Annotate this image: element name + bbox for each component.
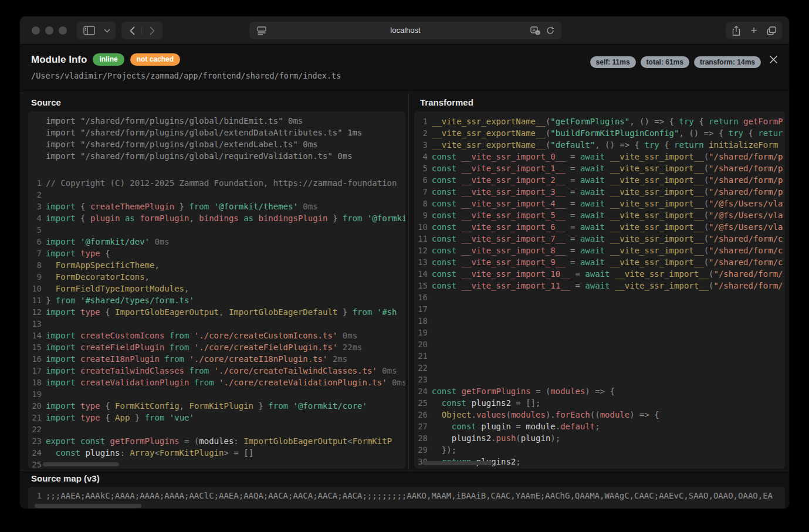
code-line: 2__vite_ssr_exportName__("buildFormKitPl…	[414, 127, 785, 139]
share-button[interactable]	[728, 22, 744, 39]
source-hscrollbar-thumb[interactable]	[43, 462, 119, 466]
status-badge-not-cached: not cached	[130, 53, 180, 66]
code-panels: Source import "/shared/form/plugins/glob…	[20, 93, 789, 470]
translate-button[interactable]: A x	[527, 22, 543, 39]
code-line: 4import { plugin as formPlugin, bindings…	[28, 212, 405, 224]
code-line: 20	[414, 338, 785, 350]
code-line: 17	[414, 303, 785, 315]
timing-total-badge: total: 61ms	[641, 56, 689, 68]
source-code-block: import "/shared/form/plugins/global/bind…	[28, 111, 405, 469]
code-line: 22	[414, 362, 785, 374]
code-line: 10 FormFieldTypeImportModules,	[28, 283, 405, 294]
code-line: 17import createTailwindClasses from './c…	[28, 365, 405, 377]
sidebar-menu-button[interactable]	[100, 22, 113, 39]
code-line: 2	[28, 189, 405, 201]
code-line: import "/shared/form/plugins/global/exte…	[28, 138, 405, 150]
code-line: 11} from '#shared/types/form.ts'	[28, 294, 405, 306]
nav-pill	[121, 22, 163, 39]
code-line: 1;;;AAEA;AAAkC;AAAA;AAAA;AAAA;AAClC;AAEA…	[28, 490, 785, 501]
transformed-code-block: 1__vite_ssr_exportName__("getFormPlugins…	[414, 111, 785, 469]
reload-button[interactable]	[543, 22, 558, 39]
code-line: 28 plugins2.push(plugin);	[414, 432, 785, 444]
code-line: 26 Object.values(modules).forEach((modul…	[414, 409, 785, 421]
sidebar-toggle-button[interactable]	[80, 22, 98, 39]
forward-button[interactable]	[144, 22, 160, 39]
code-line: 22	[28, 423, 405, 435]
traffic-light-close-button[interactable]	[32, 26, 40, 35]
source-panel-title: Source	[31, 97, 61, 107]
code-line: 25 const plugins2 = [];	[414, 397, 785, 409]
code-line: 27 const plugin = module.default;	[414, 421, 785, 432]
code-line: 9 FormDecoratorIcons,	[28, 271, 405, 283]
chevron-down-icon	[104, 29, 110, 33]
code-line: 23export const getFormPlugins = (modules…	[28, 435, 405, 447]
code-line: 4const __vite_ssr_import_0__ = await __v…	[414, 151, 785, 162]
sidebar-icon	[83, 26, 95, 35]
translate-icon: A x	[530, 26, 540, 35]
code-line: 3import { createThemePlugin } from '@for…	[28, 201, 405, 212]
code-line: 1__vite_ssr_exportName__("getFormPlugins…	[414, 116, 785, 127]
timing-self-badge: self: 11ms	[590, 56, 636, 68]
timing-badges: self: 11ms total: 61ms transform: 14ms	[590, 56, 761, 68]
code-line: 18import createValidationPlugin from './…	[28, 377, 405, 388]
sourcemap-title: Source map (v3)	[31, 473, 100, 483]
code-line: 19	[28, 388, 405, 400]
transformed-hscrollbar-thumb[interactable]	[422, 461, 493, 465]
code-line: 14import createCustomIcons from './core/…	[28, 330, 405, 341]
code-line	[28, 162, 405, 177]
code-line: 5	[28, 224, 405, 236]
code-line: 6const __vite_ssr_import_2__ = await __v…	[414, 174, 785, 186]
timing-transform-badge: transform: 14ms	[694, 56, 761, 68]
nav-divider	[141, 26, 142, 35]
code-line: import "/shared/form/plugins/global/requ…	[28, 150, 405, 162]
tabs-icon	[767, 26, 776, 35]
code-line: 21import type { App } from 'vue'	[28, 412, 405, 423]
code-line: 23	[414, 374, 785, 385]
code-line: 16	[414, 292, 785, 303]
title-row: Module Info inline not cached	[31, 53, 180, 66]
sidebar-pill	[77, 22, 116, 39]
plus-icon: +	[750, 24, 757, 37]
code-line: 15import createFieldPlugin from './core/…	[28, 341, 405, 353]
module-path: /Users/vladimir/Projects/zammad/app/fron…	[31, 71, 341, 80]
sourcemap-hscrollbar-thumb[interactable]	[35, 504, 141, 508]
transformed-panel: Transformed 1__vite_ssr_exportName__("ge…	[409, 93, 790, 470]
url-text: localhost	[249, 22, 561, 39]
code-line: 11const __vite_ssr_import_7__ = await __…	[414, 233, 785, 245]
code-line: 15const __vite_ssr_import_11__ = await _…	[414, 280, 785, 292]
code-line: 14const __vite_ssr_import_10__ = await _…	[414, 268, 785, 280]
sourcemap-code-block: 1;;;AAEA;AAAkC;AAAA;AAAA;AAAA;AAClC;AAEA…	[28, 487, 785, 509]
refresh-icon	[546, 26, 554, 35]
code-line: 10const __vite_ssr_import_6__ = await __…	[414, 221, 785, 233]
url-field[interactable]: localhost A x	[249, 22, 561, 39]
code-line: 20import type { FormKitConfig, FormKitPl…	[28, 400, 405, 412]
traffic-light-zoom-button[interactable]	[59, 26, 67, 35]
code-line: 1// Copyright (C) 2012-2025 Zammad Found…	[28, 177, 405, 189]
code-line: 7import type {	[28, 248, 405, 259]
code-line: 13	[28, 318, 405, 330]
code-line: 8 FormAppSpecificTheme,	[28, 259, 405, 271]
share-icon	[732, 26, 740, 36]
code-line: 21	[414, 350, 785, 362]
chevron-right-icon	[150, 26, 155, 35]
tab-overview-button[interactable]	[763, 22, 780, 39]
code-line: 7const __vite_ssr_import_3__ = await __v…	[414, 186, 785, 198]
code-line: 13const __vite_ssr_import_9__ = await __…	[414, 256, 785, 268]
new-tab-button[interactable]: +	[746, 22, 762, 39]
code-line: 24 const plugins: Array<FormKitPlugin> =…	[28, 447, 405, 459]
code-line: 12const __vite_ssr_import_8__ = await __…	[414, 245, 785, 256]
code-line: import "/shared/form/plugins/global/exte…	[28, 127, 405, 138]
browser-window: localhost A x	[19, 16, 790, 509]
code-line: 16import createI18nPlugin from './core/c…	[28, 353, 405, 365]
code-line: 3__vite_ssr_exportName__("default", () =…	[414, 139, 785, 151]
transformed-panel-title: Transformed	[420, 97, 473, 107]
page-title: Module Info	[31, 54, 87, 66]
close-button[interactable]	[769, 54, 780, 65]
traffic-light-minimize-button[interactable]	[45, 26, 53, 35]
back-button[interactable]	[124, 22, 140, 39]
module-info-header: Module Info inline not cached self: 11ms…	[20, 45, 789, 93]
code-line: 18	[414, 315, 785, 327]
code-line: 6import '@formkit/dev' 0ms	[28, 236, 405, 248]
right-actions-pill: +	[726, 22, 782, 39]
browser-toolbar: localhost A x	[20, 16, 789, 45]
